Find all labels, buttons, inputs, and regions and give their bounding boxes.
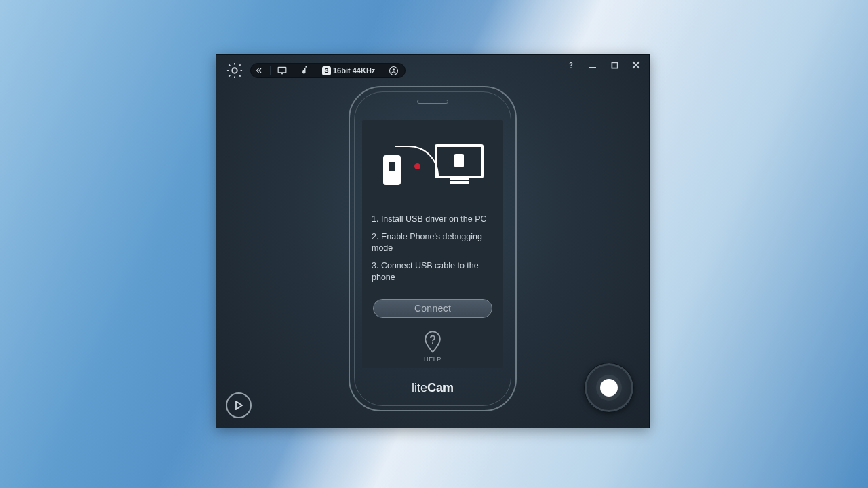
user-icon bbox=[389, 66, 398, 75]
s-badge-icon: S bbox=[322, 66, 331, 75]
earpiece-icon bbox=[417, 100, 448, 104]
help-window-button[interactable] bbox=[565, 59, 577, 71]
instruction-steps: 1. Install USB driver on the PC 2. Enabl… bbox=[362, 208, 503, 289]
svg-rect-2 bbox=[281, 73, 283, 74]
minimize-button[interactable] bbox=[587, 59, 599, 71]
help-label: HELP bbox=[424, 356, 441, 363]
instruction-step-1: 1. Install USB driver on the PC bbox=[372, 214, 494, 226]
instruction-step-2: 2. Enable Phone's debugging mode bbox=[372, 231, 494, 255]
account-button[interactable] bbox=[389, 66, 398, 75]
play-button[interactable] bbox=[226, 392, 252, 418]
audio-format-label: 16bit 44KHz bbox=[333, 66, 375, 75]
close-icon bbox=[632, 61, 640, 69]
instruction-panel: 1. Install USB driver on the PC 2. Enabl… bbox=[362, 120, 503, 368]
help-pin-icon bbox=[422, 330, 443, 354]
svg-point-4 bbox=[393, 68, 395, 70]
gear-icon bbox=[225, 61, 244, 80]
maximize-icon bbox=[611, 62, 618, 69]
svg-rect-7 bbox=[612, 62, 617, 68]
monitor-glyph-icon bbox=[435, 144, 484, 178]
help-button[interactable]: HELP bbox=[422, 330, 443, 363]
brand-label: liteCam bbox=[350, 381, 515, 395]
close-button[interactable] bbox=[630, 59, 642, 71]
screen-icon bbox=[277, 66, 287, 75]
settings-button[interactable] bbox=[223, 59, 246, 82]
audio-format-button[interactable]: S 16bit 44KHz bbox=[322, 66, 375, 75]
record-icon bbox=[600, 379, 618, 396]
svg-rect-1 bbox=[278, 67, 286, 73]
svg-point-10 bbox=[432, 342, 433, 344]
chevrons-left-icon bbox=[255, 66, 263, 75]
minimize-icon bbox=[589, 61, 597, 69]
screen-mode-button[interactable] bbox=[277, 66, 287, 75]
svg-point-5 bbox=[570, 67, 571, 68]
connection-illustration bbox=[382, 140, 484, 193]
toolbar-pill: S 16bit 44KHz bbox=[250, 63, 406, 78]
phone-outline: 1. Install USB driver on the PC 2. Enabl… bbox=[349, 86, 517, 411]
record-button[interactable] bbox=[584, 363, 634, 413]
record-dot-icon bbox=[414, 163, 420, 169]
maximize-button[interactable] bbox=[608, 59, 620, 71]
cable-arc-icon bbox=[395, 146, 439, 176]
instruction-step-3: 3. Connect USB cable to the phone bbox=[372, 260, 494, 284]
connect-button[interactable]: Connect bbox=[373, 299, 492, 318]
play-icon bbox=[234, 401, 243, 410]
window-controls bbox=[565, 59, 642, 71]
app-window: S 16bit 44KHz bbox=[216, 54, 650, 428]
music-note-icon bbox=[301, 66, 308, 75]
svg-point-0 bbox=[232, 68, 237, 73]
question-icon bbox=[566, 60, 576, 70]
audio-mode-button[interactable] bbox=[301, 66, 308, 75]
collapse-button[interactable] bbox=[255, 66, 263, 75]
